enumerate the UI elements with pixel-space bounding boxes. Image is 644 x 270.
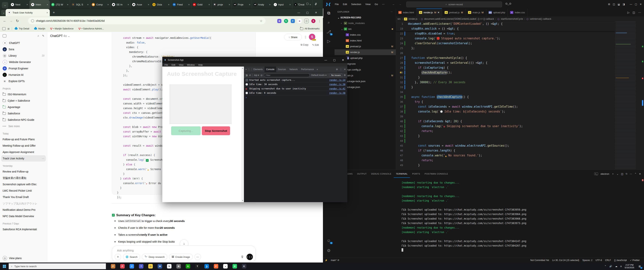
tree-item-preload.js[interactable]: JSpreload.jsM: [334, 44, 396, 49]
close-tab-icon[interactable]: ✕: [438, 11, 440, 14]
status-item[interactable]: ✓ Prettier: [630, 259, 640, 261]
reload-icon[interactable]: ↻: [14, 19, 20, 23]
tab-search-chevron-icon[interactable]: ⌄: [2, 2, 8, 9]
taskbar-vscode-icon[interactable]: ❱: [204, 264, 209, 268]
taskbar-green-app-icon[interactable]: G: [186, 264, 190, 268]
close-panel-icon[interactable]: ✕: [639, 173, 641, 175]
devtools-tab-elements[interactable]: Elements: [252, 67, 264, 72]
bookmark-item[interactable]: Martjin: [34, 27, 45, 30]
taskbar-whatsapp-icon[interactable]: ✆: [232, 264, 237, 268]
devtools-settings-icon[interactable]: ⚙: [336, 68, 338, 71]
maximize-button[interactable]: ▢: [303, 0, 312, 7]
source-control-icon[interactable]: ⎇3: [323, 27, 334, 37]
onedrive-icon[interactable]: ☁: [615, 265, 618, 267]
status-item[interactable]: Spaces: 2: [582, 259, 592, 261]
browser-tab[interactable]: ◉Asse×: [131, 0, 151, 9]
kill-terminal-icon[interactable]: ⍉: [626, 172, 627, 175]
git-branch[interactable]: main*⟳: [331, 259, 340, 261]
toggle-secondary-sidebar-icon[interactable]: ◨: [623, 3, 625, 6]
terminal-dropdown-icon[interactable]: ⌄: [616, 173, 618, 175]
console-filter-input[interactable]: Filter: [264, 73, 310, 77]
editor-tab-index.html[interactable]: <>index.html: [396, 9, 416, 17]
apps-grid-icon[interactable]: ⊞: [8, 27, 10, 30]
clear-console-icon[interactable]: ⊘: [249, 74, 251, 76]
view-plans[interactable]: ⨁ View plans: [0, 255, 47, 261]
close-tab-icon[interactable]: ×: [46, 3, 48, 6]
panel-tab-postman-console[interactable]: POSTMAN CONSOLE: [422, 170, 450, 178]
chat-history-item[interactable]: Apex Approver Assignment: [0, 149, 47, 155]
minimize-button[interactable]: —: [294, 9, 303, 16]
close-tab-icon[interactable]: ×: [87, 3, 88, 6]
extension-icon[interactable]: ✿: [277, 19, 282, 23]
browser-tab[interactable]: SSQL S×: [70, 0, 90, 9]
sidebar-item[interactable]: ◖Website Generator: [0, 59, 47, 65]
console-source-link[interactable]: render.js:38: [326, 83, 346, 86]
close-tab-icon[interactable]: ×: [26, 3, 28, 6]
workspace-root[interactable]: ⌄SCREEN-RECORD: [334, 15, 396, 20]
clock[interactable]: 2:37 PM 5/16/2025: [625, 264, 634, 269]
browser-tab[interactable]: ✳ Track User Activity ×: [6, 9, 50, 16]
editor-tab-main.js[interactable]: JSmain.jsM: [466, 9, 486, 17]
chat-input[interactable]: Ask anything +🌐Search🔭Deep research🖼Crea…: [112, 246, 256, 262]
extension-icon[interactable]: ➤: [298, 19, 302, 23]
status-item[interactable]: Not Committed Yet: [530, 259, 549, 261]
project-item[interactable]: ISIJ-Momentum: [0, 91, 47, 97]
console-prompt[interactable]: ›: [244, 95, 347, 100]
site-info-icon[interactable]: [31, 19, 34, 22]
sidebar-item[interactable]: ⊞Explore GPTs: [0, 78, 47, 84]
tree-item-render.js[interactable]: JSrender.jsM: [334, 49, 396, 55]
devtools-menu-kebab-icon[interactable]: ⋮: [340, 68, 342, 71]
bookmark-star-icon[interactable]: ☆: [260, 19, 262, 23]
chat-history-item[interactable]: ソフマップ法人向けアウトレ: [0, 200, 47, 207]
menu-edit[interactable]: Edit: [341, 3, 349, 6]
console-source-link[interactable]: render.js:14: [326, 79, 346, 81]
maximize-button[interactable]: ▢: [635, 3, 637, 6]
all-bookmarks[interactable]: All Bookmarks: [300, 27, 320, 30]
close-tab-icon[interactable]: ×: [269, 3, 270, 6]
toggle-sidebar-icon[interactable]: ◫: [613, 3, 615, 6]
chat-history-item[interactable]: Track User Activity⋯: [1, 155, 46, 162]
chat-history-item[interactable]: LWC Record Picker Limit: [0, 188, 47, 194]
devtools-close-icon[interactable]: ✕: [344, 68, 346, 71]
breadcrumb-item[interactable]: render.js: [408, 18, 418, 20]
create-image-button[interactable]: 🖼Create image: [169, 254, 192, 260]
taskbar-explorer-icon[interactable]: 🗀: [148, 264, 153, 268]
chat-history-item[interactable]: Thank You Email Draft: [0, 194, 47, 200]
run-button[interactable]: ▷: [627, 11, 630, 14]
app-scrollbar[interactable]: ▲ ▼: [241, 67, 244, 202]
back-icon[interactable]: ←: [2, 19, 8, 23]
sidebar-item[interactable]: ∞Humanize AI: [0, 72, 47, 78]
explorer-icon[interactable]: ⧉: [323, 9, 334, 18]
breadcrumb-item[interactable]: src: [398, 18, 401, 20]
status-item[interactable]: CRLF: [605, 259, 611, 261]
sidebar-item[interactable]: ⚙Prompt Engineer: [0, 65, 47, 72]
app-menu-help[interactable]: Help: [198, 64, 203, 66]
panel-tab-terminal[interactable]: TERMINAL: [394, 170, 410, 178]
taskbar-zoom-icon[interactable]: Z: [130, 264, 134, 268]
search-icon[interactable]: ⌕: [323, 18, 334, 27]
inspect-element-icon[interactable]: ⌖: [246, 68, 247, 71]
console-settings-icon[interactable]: ⚙: [344, 74, 346, 76]
side-panel-icon[interactable]: [2, 27, 6, 30]
taskbar-electron-icon[interactable]: E: [242, 264, 246, 268]
chat-history-item[interactable]: Salesforce RCA Implementati: [0, 226, 47, 232]
browser-tab[interactable]: ▶Gold×: [191, 0, 212, 9]
editor-more-icon[interactable]: ⋯: [638, 11, 641, 14]
maximize-panel-icon[interactable]: ⌃: [634, 173, 636, 175]
devtools-tab-network[interactable]: Network: [288, 67, 299, 72]
terminal-process-label[interactable]: electron: [600, 173, 609, 175]
browser-tab[interactable]: ▦Comp×: [90, 0, 110, 9]
close-button[interactable]: ✕: [312, 9, 320, 16]
bookmark-item[interactable]: • Salesforce Admini...: [78, 27, 104, 30]
attach-plus-button[interactable]: +: [115, 254, 121, 260]
menu-file[interactable]: File: [333, 3, 341, 6]
minimize-button[interactable]: —: [294, 0, 303, 7]
chat-history-item[interactable]: Screenshot capture with Elec: [0, 181, 47, 188]
device-toolbar-icon[interactable]: ⿻: [248, 68, 250, 71]
close-tab-icon[interactable]: ×: [46, 11, 48, 14]
sidebar-toggle-icon[interactable]: [2, 34, 6, 38]
breadcrumb[interactable]: src›JSrender.js›⬡document.addEventListen…: [398, 17, 641, 21]
app-menu-file[interactable]: File: [164, 64, 168, 66]
browser-tab[interactable]: ◎Osta×: [151, 0, 171, 9]
deep-research-button[interactable]: 🔭Deep research: [142, 254, 167, 260]
